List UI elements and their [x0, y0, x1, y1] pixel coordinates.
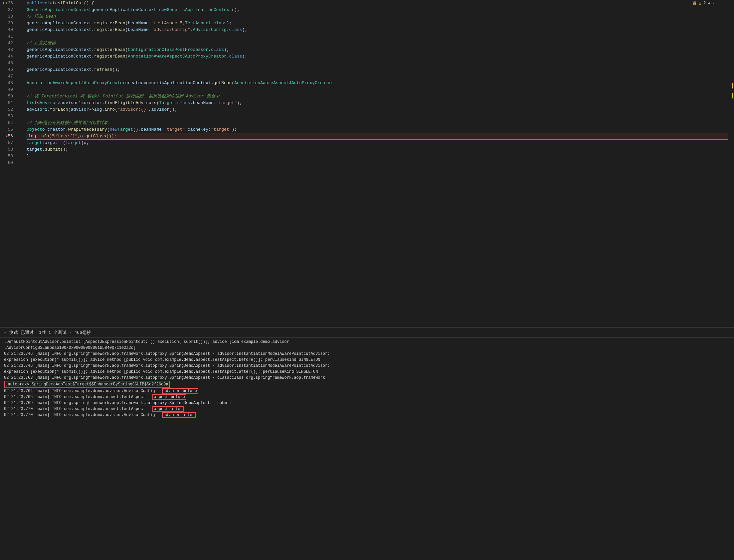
line-number-38: 38: [0, 13, 16, 20]
line-number-37: 37: [0, 7, 16, 13]
code-line-51: List<Advisor> advisor1 = creator.findEli…: [27, 100, 728, 106]
code-line-46: genericApplicationContext.refresh();: [27, 67, 728, 73]
main-container: ➤▾36373839404142434445464748495051525354…: [0, 0, 734, 560]
line-number-45: 45: [0, 60, 16, 67]
line-number-46: 46: [0, 67, 16, 73]
code-line-56: log.info("class:{}", o.getClass());: [27, 133, 728, 140]
code-line-57: Target target = (Target) o;: [27, 140, 728, 146]
log-line-c4: expression [execution(* submit())]; advi…: [3, 357, 731, 363]
line-number-58: 58: [0, 146, 16, 153]
gutter-warning-2: [732, 93, 733, 98]
log-line-c2: .AdvisorConfig$$Lambda$100/0x00000008001…: [3, 345, 731, 351]
code-line-38: // 添加 Bean: [27, 13, 728, 20]
line-number-57: 57: [0, 140, 16, 146]
test-status-bar: ✓ 测试 已通过: 1共 1 个测试 - 466毫秒: [0, 328, 734, 338]
warning-count: 2: [703, 1, 706, 6]
line-number-52: 52: [0, 106, 16, 113]
bottom-panel: ✓ 测试 已通过: 1共 1 个测试 - 466毫秒 .DefaultPoint…: [0, 327, 734, 560]
code-line-37: GenericApplicationContext genericApplica…: [27, 7, 728, 13]
line-number-40: 40: [0, 27, 16, 33]
code-line-59: }: [27, 153, 728, 160]
code-line-47: [27, 73, 728, 80]
code-line-45: [27, 60, 728, 67]
code-line-44: genericApplicationContext.registerBean(A…: [27, 53, 728, 60]
code-line-43: genericApplicationContext.registerBean(C…: [27, 47, 728, 53]
code-line-48: AnnotationAwareAspectJAutoProxyCreator c…: [27, 80, 728, 86]
line-number-54: 54: [0, 120, 16, 126]
code-line-39: genericApplicationContext.registerBean( …: [27, 20, 728, 27]
line-number-49: 49: [0, 86, 16, 93]
console-output[interactable]: .DefaultPointcutAdvisor.pointcut [Aspect…: [0, 338, 734, 560]
line-number-53: 53: [0, 113, 16, 120]
line-number-41: 41: [0, 33, 16, 40]
code-line-41: [27, 33, 728, 40]
nav-down-icon[interactable]: ∨: [712, 1, 715, 6]
line-number-43: 43: [0, 47, 16, 53]
line-number-47: 47: [0, 73, 16, 80]
code-line-52: advisor1.forEach(advisor -> log.info("ad…: [27, 106, 728, 113]
line-number-44: 44: [0, 53, 16, 60]
code-line-54: // 判断是否有资格被代理并返回代理对象: [27, 120, 728, 126]
line-number-50: 50: [0, 93, 16, 100]
line-number-59: 59: [0, 153, 16, 160]
log-line-c12: 02:21:23.770 [main] INFO com.example.dem…: [3, 406, 731, 412]
log-line-c9: 02:21:23.764 [main] INFO com.example.dem…: [3, 388, 731, 394]
log-line-c7: 02:21:23.763 [main] INFO org.springframe…: [3, 375, 731, 381]
log-line-c1: .DefaultPointcutAdvisor.pointcut [Aspect…: [3, 339, 731, 345]
code-lines: public void testPointCut() { GenericAppl…: [20, 0, 728, 327]
code-line-58: target.submit();: [27, 146, 728, 153]
test-status-text: 测试 已通过: 1共 1 个测试 - 466毫秒: [9, 330, 90, 336]
test-pass-icon: ✓: [4, 330, 7, 335]
log-line-c13: 02:21:23.770 [main] INFO com.example.dem…: [3, 412, 731, 418]
code-line-42: // 后置处理器: [27, 40, 728, 47]
code-line-55: Object o = creator.wrapIfNecessary(new T…: [27, 126, 728, 133]
lock-icon: 🔒: [692, 1, 697, 6]
log-line-c3: 02:21:23.746 [main] INFO org.springframe…: [3, 351, 731, 357]
log-line-c11: 02:21:23.769 [main] INFO org.springframe…: [3, 400, 731, 406]
log-line-c5: 02:21:23.746 [main] INFO org.springframe…: [3, 363, 731, 369]
code-line-53: [27, 113, 728, 120]
log-line-c8: .autoproxy.SpringDemoAopTest$Target$$Enh…: [3, 381, 731, 388]
right-gutter: [728, 0, 734, 327]
code-editor: ➤▾36373839404142434445464748495051525354…: [0, 0, 734, 327]
log-line-c10: 02:21:23.765 [main] INFO com.example.dem…: [3, 394, 731, 400]
gutter-warning-1: [732, 83, 733, 88]
line-number-55: 55: [0, 126, 16, 133]
line-number-56: ● 56: [0, 133, 16, 140]
log-line-c6: expression [execution(* submit())]; advi…: [3, 369, 731, 375]
code-line-40: genericApplicationContext.registerBean( …: [27, 27, 728, 33]
warning-icon: △: [699, 1, 701, 6]
code-line-49: [27, 86, 728, 93]
nav-up-icon[interactable]: ∧: [708, 1, 710, 6]
line-number-39: 39: [0, 20, 16, 27]
line-number-48: 48: [0, 80, 16, 86]
code-line-50: // 将 TargetService1 与 容器中 PointCut 进行匹配,…: [27, 93, 728, 100]
line-number-51: 51: [0, 100, 16, 106]
line-numbers: ➤▾36373839404142434445464748495051525354…: [0, 0, 20, 327]
code-line-60: [27, 160, 728, 166]
code-content: ➤▾36373839404142434445464748495051525354…: [0, 0, 734, 327]
line-number-36: ➤▾36: [0, 0, 16, 7]
line-number-42: 42: [0, 40, 16, 47]
code-line-36: public void testPointCut() {: [27, 0, 728, 7]
line-number-60: 60: [0, 160, 16, 166]
